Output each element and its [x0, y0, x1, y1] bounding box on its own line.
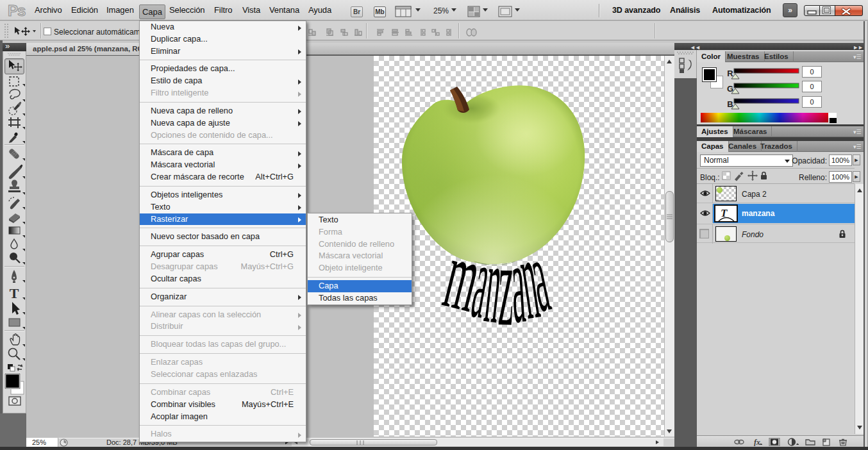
svg-text:fx: fx [754, 438, 760, 446]
svg-text:R: R [727, 69, 733, 78]
svg-text:T: T [10, 285, 19, 301]
